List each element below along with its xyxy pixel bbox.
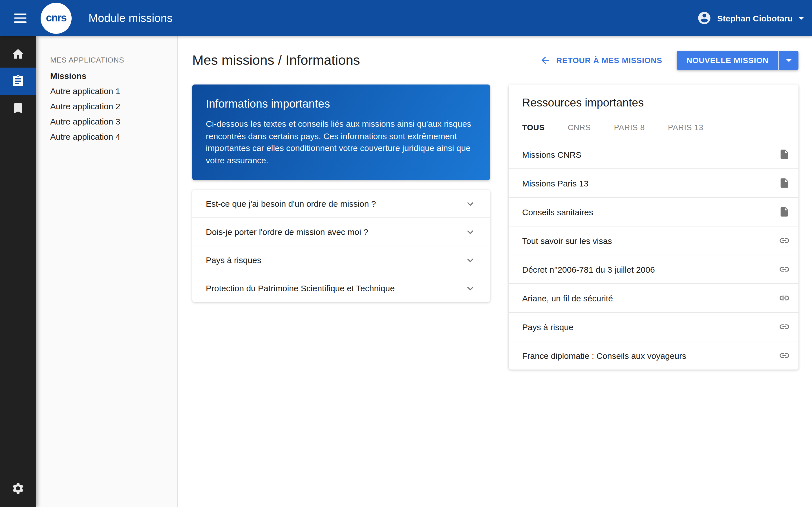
top-app-bar: cnrs Module missions Stephan Ciobotaru xyxy=(0,0,812,36)
rail-item-bookmark[interactable] xyxy=(0,95,36,122)
rail-item-missions[interactable] xyxy=(0,68,36,95)
main-content: Mes missions / Informations RETOUR À MES… xyxy=(177,36,812,507)
rail-item-settings[interactable] xyxy=(0,475,36,502)
link-icon xyxy=(779,321,790,332)
account-circle-icon xyxy=(697,11,712,25)
link-icon xyxy=(779,350,790,361)
user-name: Stephan Ciobotaru xyxy=(717,13,793,23)
sidebar-item-missions[interactable]: Missions xyxy=(50,68,170,83)
expand-more-icon xyxy=(464,254,476,266)
resource-missions-cnrs[interactable]: Missions CNRS xyxy=(509,140,799,169)
expand-more-icon xyxy=(464,226,476,238)
resource-missions-paris-13[interactable]: Missions Paris 13 xyxy=(509,169,799,198)
assignment-icon xyxy=(11,74,25,88)
expand-more-icon xyxy=(464,282,476,294)
new-mission-dropdown-button[interactable] xyxy=(778,51,799,70)
resources-tabs: TOUS CNRS PARIS 8 PARIS 13 xyxy=(516,123,785,140)
user-menu[interactable]: Stephan Ciobotaru xyxy=(697,11,804,25)
document-icon xyxy=(779,149,790,160)
sidebar-item-autre-application-4[interactable]: Autre application 4 xyxy=(50,129,170,144)
info-card-body: Ci-dessous les textes et conseils liés a… xyxy=(206,118,476,166)
faq-item-ordre-de-mission[interactable]: Est-ce que j'ai besoin d'un ordre de mis… xyxy=(192,190,490,218)
bookmark-icon xyxy=(11,101,25,115)
page-title: Mes missions / Informations xyxy=(192,52,360,68)
faq-item-pays-a-risques[interactable]: Pays à risques xyxy=(192,246,490,274)
resources-list: Missions CNRS Missions Paris 13 Conseils… xyxy=(509,140,799,370)
cnrs-logo-text: cnrs xyxy=(46,12,66,24)
chevron-down-icon xyxy=(799,17,804,19)
app-window: cnrs Module missions Stephan Ciobotaru xyxy=(0,0,812,507)
link-icon xyxy=(779,235,790,246)
resource-pays-a-risque[interactable]: Pays à risque xyxy=(509,313,799,341)
sidebar-item-autre-application-2[interactable]: Autre application 2 xyxy=(50,99,170,114)
back-to-missions-link[interactable]: RETOUR À MES MISSIONS xyxy=(539,55,662,66)
resource-ariane[interactable]: Ariane, un fil de sécurité xyxy=(509,284,799,313)
sidebar-section-label: MES APPLICATIONS xyxy=(50,56,124,64)
menu-icon[interactable] xyxy=(14,13,27,23)
resources-card: Ressources importantes TOUS CNRS PARIS 8… xyxy=(509,84,799,370)
faq-accordion: Est-ce que j'ai besoin d'un ordre de mis… xyxy=(192,190,490,302)
tab-paris-8[interactable]: PARIS 8 xyxy=(614,123,645,140)
tab-paris-13[interactable]: PARIS 13 xyxy=(668,123,703,140)
link-icon xyxy=(779,292,790,304)
arrow-drop-down-icon xyxy=(786,59,792,62)
arrow-back-icon xyxy=(539,55,556,66)
document-icon xyxy=(779,206,790,217)
info-card-title: Informations importantes xyxy=(206,98,476,110)
sidebar-item-autre-application-3[interactable]: Autre application 3 xyxy=(50,114,170,129)
resource-conseils-sanitaires[interactable]: Conseils sanitaires xyxy=(509,198,799,226)
sidebar-item-autre-application-1[interactable]: Autre application 1 xyxy=(50,83,170,99)
resources-title: Ressources importantes xyxy=(522,96,785,109)
document-icon xyxy=(779,177,790,189)
important-info-card: Informations importantes Ci-dessous les … xyxy=(192,84,490,180)
resource-france-diplomatie[interactable]: France diplomatie : Conseils aux voyageu… xyxy=(509,341,799,370)
new-mission-split-button: NOUVELLE MISSION xyxy=(677,51,799,70)
home-icon xyxy=(11,47,25,61)
tab-cnrs[interactable]: CNRS xyxy=(568,123,591,140)
tab-tous[interactable]: TOUS xyxy=(522,123,545,140)
new-mission-button[interactable]: NOUVELLE MISSION xyxy=(677,51,778,70)
cnrs-logo: cnrs xyxy=(41,3,71,34)
expand-more-icon xyxy=(464,198,476,210)
settings-icon xyxy=(11,482,25,495)
resource-decret-2006-781[interactable]: Décret n°2006-781 du 3 juillet 2006 xyxy=(509,255,799,284)
resource-visas[interactable]: Tout savoir sur les visas xyxy=(509,226,799,255)
applications-sidebar: MES APPLICATIONS Missions Autre applicat… xyxy=(36,36,177,507)
icon-rail xyxy=(0,36,36,507)
link-icon xyxy=(779,264,790,275)
rail-item-home[interactable] xyxy=(0,41,36,68)
faq-item-porter-ordre[interactable]: Dois-je porter l'ordre de mission avec m… xyxy=(192,218,490,246)
faq-item-protection-patrimoine[interactable]: Protection du Patrimoine Scientifique et… xyxy=(192,274,490,302)
app-title: Module missions xyxy=(89,11,172,24)
